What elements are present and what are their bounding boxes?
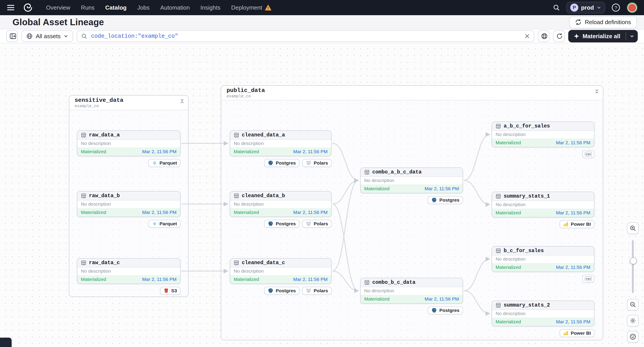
reload-icon <box>575 19 582 25</box>
canvas-corner-button[interactable] <box>0 338 12 347</box>
asset-node-cleaned_data_b[interactable]: cleaned_data_bNo descriptionMaterialized… <box>230 191 332 217</box>
tag-csv[interactable]: CSV <box>582 275 594 283</box>
asset-node-header: cleaned_data_b <box>230 192 331 201</box>
nav-item-overview[interactable]: Overview <box>46 4 70 11</box>
asset-tag-row: CSV <box>492 150 594 158</box>
asset-scope-dropdown[interactable]: All assets <box>22 30 73 42</box>
asset-status-row: MaterializedMar 2, 11:56 PM <box>492 209 594 217</box>
feedback-button[interactable] <box>627 331 639 343</box>
asset-node-header: raw_data_a <box>77 131 180 140</box>
zoom-slider-thumb[interactable] <box>630 257 637 264</box>
postgres-icon <box>431 197 437 203</box>
tag-postgres[interactable]: Postgres <box>264 220 300 228</box>
tag-csv[interactable]: CSV <box>582 150 594 158</box>
zoom-in-button[interactable] <box>627 222 639 234</box>
nav-item-deployment[interactable]: Deployment <box>231 4 262 11</box>
asset-node-raw_data_c[interactable]: raw_data_cNo descriptionMaterializedMar … <box>77 258 180 284</box>
nav-item-catalog[interactable]: Catalog <box>105 4 126 11</box>
asset-status: Materialized <box>496 140 521 145</box>
asset-tag-row: Postgres <box>360 196 463 204</box>
tag-power-bi[interactable]: Power BI <box>560 220 594 228</box>
table-icon <box>496 123 501 129</box>
asset-node-cleaned_data_a[interactable]: cleaned_data_aNo descriptionMaterialized… <box>230 130 332 156</box>
asset-description: No description <box>77 268 180 275</box>
tag-s3[interactable]: S3 <box>160 287 180 295</box>
hamburger-menu-button[interactable] <box>6 3 15 12</box>
asset-timestamp: Mar 2, 11:56 PM <box>556 265 590 270</box>
lineage-canvas[interactable]: sensitive_dataexample_copublic_dataexamp… <box>0 43 644 347</box>
asset-timestamp: Mar 2, 11:56 PM <box>556 210 590 216</box>
top-nav: Overview Runs Catalog Jobs Automation In… <box>0 0 644 15</box>
asset-status: Materialized <box>81 210 106 215</box>
asset-node-raw_data_b[interactable]: raw_data_bNo descriptionMaterializedMar … <box>77 191 180 217</box>
tag-postgres[interactable]: Postgres <box>428 196 463 204</box>
clear-search-icon[interactable] <box>524 33 530 39</box>
materialize-options-caret[interactable] <box>626 30 638 42</box>
asset-node-combo_b_c_data[interactable]: combo_b_c_dataNo descriptionMaterialized… <box>360 278 463 304</box>
dagster-app: Overview Runs Catalog Jobs Automation In… <box>0 0 644 347</box>
search-icon <box>81 33 87 39</box>
tag-postgres[interactable]: Postgres <box>428 306 463 315</box>
asset-name: combo_a_b_c_data <box>372 169 422 175</box>
open-asset-panel-button[interactable] <box>6 30 18 42</box>
asset-node-cleaned_data_c[interactable]: cleaned_data_cNo descriptionMaterialized… <box>230 258 332 284</box>
tag-parquet[interactable]: Parquet <box>148 220 180 228</box>
asset-node-b_c_for_sales[interactable]: b_c_for_salesNo descriptionMaterializedM… <box>492 246 594 272</box>
graph-settings-gear-button[interactable] <box>627 315 639 327</box>
asset-status-row: MaterializedMar 2, 11:56 PM <box>492 318 594 326</box>
asset-status-row: MaterializedMar 2, 11:56 PM <box>230 275 331 284</box>
zoom-out-button[interactable] <box>627 299 639 310</box>
help-icon[interactable]: ? <box>612 3 620 12</box>
postgres-icon <box>431 308 437 313</box>
deployment-switcher[interactable]: P prod <box>566 2 605 13</box>
collapse-group-icon[interactable] <box>180 99 184 104</box>
table-icon <box>81 132 86 138</box>
zoom-slider[interactable] <box>627 238 639 296</box>
tag-postgres[interactable]: Postgres <box>264 159 300 167</box>
asset-description: No description <box>361 177 462 184</box>
graph-filters-button[interactable] <box>538 30 550 42</box>
reload-definitions-button[interactable]: Reload definitions <box>569 16 637 28</box>
asset-status-row: MaterializedMar 2, 11:56 PM <box>361 184 462 193</box>
tag-polars[interactable]: Polars <box>302 287 332 295</box>
tag-polars[interactable]: Polars <box>302 159 332 167</box>
asset-status: Materialized <box>81 149 106 154</box>
materialize-all-button[interactable]: Materialize all <box>568 30 626 42</box>
tag-label: Postgres <box>276 288 296 293</box>
tag-label: Polars <box>314 288 328 293</box>
collapse-group-icon[interactable] <box>594 89 599 94</box>
refresh-button[interactable] <box>553 30 565 42</box>
asset-node-summary_stats_2[interactable]: summary_stats_2No descriptionMaterialize… <box>492 301 594 327</box>
nav-item-automation[interactable]: Automation <box>160 4 190 11</box>
asset-tag-row: PostgresPolars <box>230 287 332 295</box>
user-avatar[interactable] <box>626 2 638 13</box>
dagster-logo-icon[interactable] <box>22 2 34 13</box>
nav-item-insights[interactable]: Insights <box>200 4 220 11</box>
asset-node-header: raw_data_b <box>77 192 180 201</box>
asset-status-row: MaterializedMar 2, 11:56 PM <box>492 138 594 147</box>
nav-item-runs[interactable]: Runs <box>81 4 94 11</box>
asset-scope-label: All assets <box>36 33 60 40</box>
asset-node-combo_a_b_c_data[interactable]: combo_a_b_c_dataNo descriptionMaterializ… <box>360 167 463 193</box>
asset-description: No description <box>492 201 594 209</box>
tag-polars[interactable]: Polars <box>302 220 332 228</box>
asset-description: No description <box>230 268 331 275</box>
asset-tag-row: Parquet <box>77 220 180 228</box>
svg-text:?: ? <box>614 5 617 10</box>
search-input[interactable] <box>91 33 521 39</box>
postgres-icon <box>268 288 274 294</box>
search-icon[interactable] <box>553 4 560 11</box>
tag-label: Postgres <box>276 160 296 166</box>
nav-item-jobs[interactable]: Jobs <box>137 4 150 11</box>
asset-status-row: MaterializedMar 2, 11:56 PM <box>77 147 180 156</box>
asset-node-a_b_c_for_sales[interactable]: a_b_c_for_salesNo descriptionMaterialize… <box>492 121 594 147</box>
asset-name: summary_stats_2 <box>504 302 550 308</box>
asset-node-header: b_c_for_sales <box>492 247 594 256</box>
tag-postgres[interactable]: Postgres <box>264 287 300 295</box>
tag-parquet[interactable]: Parquet <box>148 159 180 167</box>
asset-tag-row: Power BI <box>492 220 594 228</box>
asset-node-raw_data_a[interactable]: raw_data_aNo descriptionMaterializedMar … <box>77 130 180 156</box>
main-nav-links: Overview Runs Catalog Jobs Automation In… <box>46 4 272 11</box>
asset-node-summary_stats_1[interactable]: summary_stats_1No descriptionMaterialize… <box>492 192 594 218</box>
tag-power-bi[interactable]: Power BI <box>560 329 594 337</box>
